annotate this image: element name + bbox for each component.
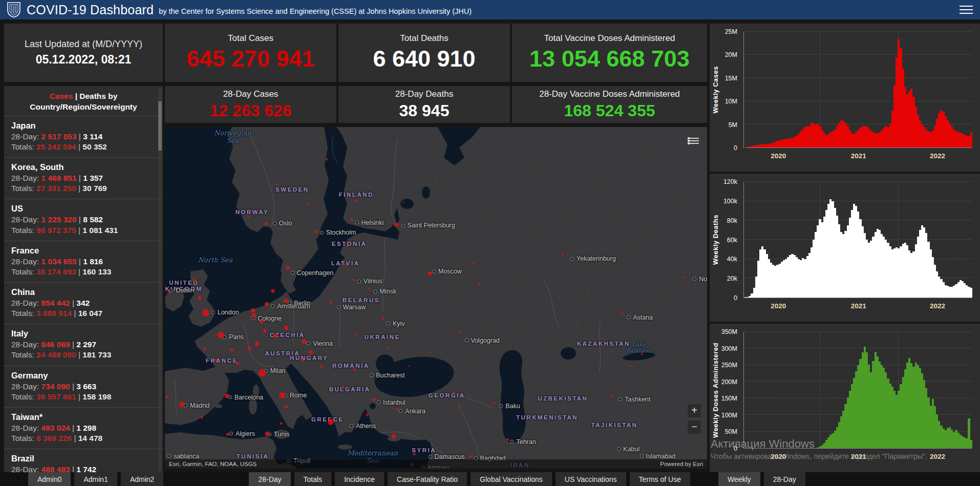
map-legend-icon[interactable] — [688, 136, 699, 145]
case-bubble[interactable] — [479, 365, 480, 367]
hamburger-icon[interactable] — [960, 3, 973, 16]
country-row-taiwan-[interactable]: Taiwan*28-Day: 493 024 | 1 298Totals: 8 … — [4, 407, 163, 449]
case-bubble[interactable] — [462, 297, 464, 299]
case-bubble[interactable] — [396, 408, 398, 410]
case-bubble[interactable] — [251, 308, 255, 312]
country-row-korea-south[interactable]: Korea, South28-Day: 1 469 851 | 1 357Tot… — [4, 157, 163, 199]
case-bubble[interactable] — [286, 266, 290, 270]
case-bubble[interactable] — [284, 326, 288, 330]
case-bubble[interactable] — [544, 314, 545, 315]
case-bubble[interactable] — [430, 352, 431, 353]
case-bubble[interactable] — [353, 279, 355, 281]
case-bubble[interactable] — [285, 405, 288, 408]
case-bubble[interactable] — [328, 419, 334, 425]
case-bubble[interactable] — [603, 338, 605, 340]
case-bubble[interactable] — [413, 453, 416, 455]
case-bubble[interactable] — [478, 283, 480, 285]
case-bubble[interactable] — [265, 302, 269, 306]
case-bubble[interactable] — [533, 167, 535, 169]
case-bubble[interactable] — [470, 455, 472, 457]
tab-left-admin0[interactable]: Admin0 — [28, 472, 71, 486]
tab-middle-28-day[interactable]: 28-Day — [249, 472, 290, 486]
case-bubble[interactable] — [489, 331, 491, 333]
case-bubble[interactable] — [368, 287, 370, 289]
case-bubble[interactable] — [198, 296, 201, 300]
case-bubble[interactable] — [260, 320, 263, 324]
case-bubble[interactable] — [263, 329, 266, 332]
country-list-scrollbar[interactable] — [158, 87, 162, 471]
case-bubble[interactable] — [453, 391, 455, 393]
case-bubble[interactable] — [388, 346, 390, 348]
tab-right-weekly[interactable]: Weekly — [718, 472, 760, 486]
case-bubble[interactable] — [472, 263, 474, 265]
case-bubble[interactable] — [321, 366, 323, 368]
case-bubble[interactable] — [621, 311, 623, 313]
case-bubble[interactable] — [271, 289, 274, 293]
case-bubble[interactable] — [587, 290, 589, 292]
case-bubble[interactable] — [652, 229, 654, 230]
case-bubble[interactable] — [344, 263, 347, 266]
tab-right-28-day[interactable]: 28-Day — [764, 472, 805, 486]
case-bubble[interactable] — [258, 369, 266, 377]
case-bubble[interactable] — [402, 201, 404, 203]
case-bubble[interactable] — [517, 280, 518, 282]
case-bubble[interactable] — [527, 239, 529, 241]
case-bubble[interactable] — [202, 309, 209, 316]
case-bubble[interactable] — [302, 339, 307, 344]
case-bubble[interactable] — [630, 365, 632, 367]
case-bubble[interactable] — [309, 350, 313, 354]
case-bubble[interactable] — [314, 230, 317, 233]
tab-left-admin2[interactable]: Admin2 — [121, 472, 163, 486]
case-bubble[interactable] — [522, 324, 523, 326]
tab-middle-terms-of-use[interactable]: Terms of Use — [630, 472, 690, 486]
map-zoom-in-button[interactable]: + — [688, 404, 701, 417]
country-row-germany[interactable]: Germany28-Day: 734 090 | 3 663Totals: 36… — [4, 366, 163, 407]
case-bubble[interactable] — [489, 212, 491, 213]
case-bubble[interactable] — [652, 379, 654, 381]
case-bubble[interactable] — [301, 360, 304, 362]
case-bubble[interactable] — [408, 365, 410, 367]
country-row-france[interactable]: France28-Day: 1 034 655 | 1 816Totals: 3… — [4, 241, 163, 282]
country-row-us[interactable]: US28-Day: 1 225 320 | 8 582Totals: 98 97… — [4, 199, 163, 240]
country-row-japan[interactable]: Japan28-Day: 2 517 053 | 3 114Totals: 25… — [4, 116, 163, 157]
case-bubble[interactable] — [179, 402, 184, 408]
case-bubble[interactable] — [641, 154, 643, 155]
case-bubble[interactable] — [204, 348, 206, 350]
weekly-doses-administered-bars[interactable] — [744, 332, 972, 448]
case-bubble[interactable] — [356, 334, 358, 336]
case-bubble[interactable] — [458, 405, 460, 407]
case-bubble[interactable] — [248, 347, 251, 350]
case-bubble[interactable] — [625, 246, 627, 247]
case-bubble[interactable] — [663, 297, 665, 299]
case-bubble[interactable] — [373, 398, 376, 401]
case-bubble[interactable] — [446, 229, 448, 230]
case-bubble[interactable] — [394, 223, 399, 227]
case-bubble[interactable] — [265, 222, 268, 225]
tab-middle-totals[interactable]: Totals — [294, 472, 332, 486]
case-bubble[interactable] — [598, 178, 600, 179]
case-bubble[interactable] — [193, 279, 196, 282]
case-bubble[interactable] — [280, 422, 282, 425]
case-bubble[interactable] — [424, 246, 426, 247]
case-bubble[interactable] — [674, 352, 675, 353]
case-bubble[interactable] — [353, 368, 355, 370]
case-bubble[interactable] — [562, 253, 564, 256]
case-bubble[interactable] — [641, 353, 643, 355]
case-bubble[interactable] — [265, 431, 270, 436]
tab-middle-case-fatality-ratio[interactable]: Case-Fatality Ratio — [388, 472, 467, 486]
weekly-cases-bars[interactable] — [744, 32, 972, 147]
tab-middle-us-vaccinations[interactable]: US Vaccinations — [556, 472, 626, 486]
world-map[interactable]: Norwegian SeaNorth SeaMediterranean SeaL… — [165, 127, 707, 469]
case-bubble[interactable] — [218, 331, 224, 338]
case-bubble[interactable] — [346, 245, 348, 247]
weekly-deaths-bars[interactable] — [744, 182, 972, 298]
case-bubble[interactable] — [679, 195, 681, 196]
case-bubble[interactable] — [273, 334, 277, 338]
country-row-brazil[interactable]: Brazil28-Day: 488 483 | 1 742Totals: 35 … — [4, 449, 163, 472]
case-bubble[interactable] — [506, 438, 509, 440]
case-bubble[interactable] — [351, 219, 353, 221]
case-bubble[interactable] — [428, 271, 432, 276]
case-bubble[interactable] — [684, 276, 686, 278]
case-bubble[interactable] — [166, 395, 168, 398]
country-row-italy[interactable]: Italy28-Day: 846 069 | 2 297Totals: 24 4… — [4, 324, 163, 365]
